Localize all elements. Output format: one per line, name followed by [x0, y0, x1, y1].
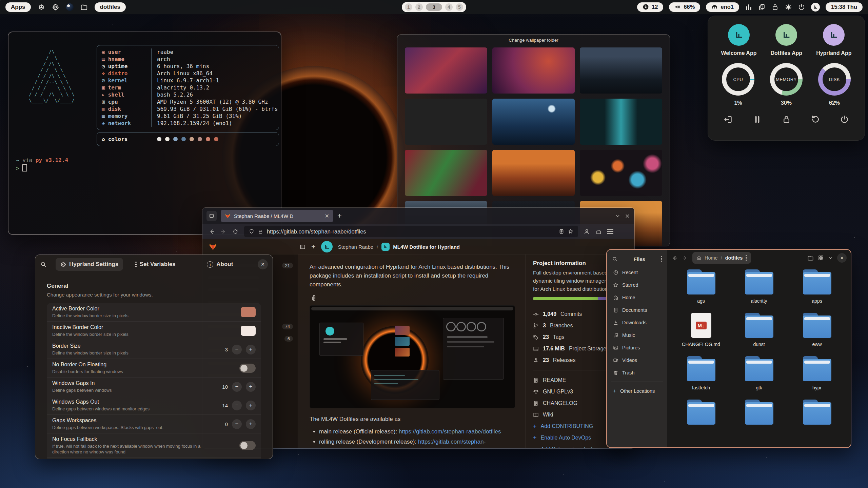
workspace-button[interactable]: 2 — [415, 3, 423, 11]
wallpaper-thumbnail[interactable] — [580, 99, 662, 145]
sidebar-item[interactable]: Recent — [610, 266, 664, 279]
file-item[interactable]: M↓ ags — [672, 269, 730, 304]
volume-indicator[interactable]: 66% — [669, 2, 700, 12]
system-stats-icon[interactable] — [745, 3, 752, 11]
gitlab-logo-icon[interactable] — [209, 242, 217, 251]
wallpaper-thumbnail[interactable] — [405, 99, 487, 145]
w allpaper-thumbnail[interactable] — [492, 99, 575, 145]
pause-icon[interactable] — [753, 115, 762, 124]
breadcrumb-user[interactable]: Stephan Raabe — [338, 244, 373, 250]
panel-app[interactable]: Hyprland App — [816, 24, 851, 56]
shutdown-icon[interactable] — [840, 115, 849, 124]
file-item[interactable]: M↓ — [672, 400, 730, 434]
file-item[interactable]: M↓ — [730, 400, 788, 434]
sidebar-item[interactable]: Pictures — [610, 341, 664, 354]
increment-button[interactable]: + — [246, 401, 256, 410]
active-window-label[interactable]: dotfiles — [95, 2, 126, 12]
sidebar-item[interactable]: Documents — [610, 304, 664, 316]
folder-icon[interactable] — [80, 3, 88, 11]
increment-button[interactable]: + — [246, 382, 256, 392]
panel-app[interactable]: Welcome App — [721, 24, 757, 56]
reload-icon[interactable] — [232, 228, 239, 235]
sidebar-item[interactable]: Starred — [610, 279, 664, 291]
workspace-button[interactable]: 5 — [456, 3, 463, 11]
tab-close-icon[interactable]: ✕ — [325, 213, 329, 219]
view-grid-icon[interactable] — [818, 255, 824, 261]
close-button[interactable]: ✕ — [837, 253, 847, 263]
wallpaper-thumbnail[interactable] — [492, 47, 575, 94]
sidebar-item-other-locations[interactable]: +Other Locations — [610, 385, 664, 397]
sidebar-item[interactable]: Home — [610, 291, 664, 304]
file-item[interactable]: M↓ hypr — [788, 356, 846, 391]
increment-button[interactable]: + — [246, 345, 256, 354]
browser-tab[interactable]: Stephan Raabe / ML4W D ✕ — [221, 210, 333, 222]
decrement-button[interactable]: − — [232, 419, 242, 429]
file-item[interactable]: M↓ CHANGELOG.md — [672, 313, 730, 347]
terminal-window[interactable]: /\ / \ / /\ \ / / \ \ / / /\ \ \ / / /--… — [8, 32, 281, 235]
workspace-button[interactable]: 4 — [445, 3, 453, 11]
extensions-icon[interactable] — [595, 228, 602, 235]
reboot-icon[interactable] — [811, 115, 820, 124]
sidebar-item[interactable]: Trash — [610, 366, 664, 379]
tab-set-variables[interactable]: Set Variables — [131, 258, 180, 271]
user-avatar[interactable] — [321, 241, 333, 252]
search-icon[interactable] — [612, 256, 618, 262]
logout-icon[interactable] — [724, 115, 733, 124]
tab-hyprland-settings[interactable]: Hyprland Settings — [56, 258, 123, 271]
shell-prompt[interactable]: ~ via py v3.12.4 > — [16, 156, 281, 172]
tab-about[interactable]: iAbout — [202, 258, 238, 271]
lock-icon[interactable] — [782, 115, 791, 124]
browser-icon[interactable] — [66, 3, 74, 11]
color-swatch[interactable] — [241, 307, 256, 317]
forward-icon[interactable] — [682, 255, 688, 261]
search-icon[interactable] — [40, 261, 47, 268]
app-circle-icon[interactable] — [775, 24, 797, 46]
back-icon[interactable] — [671, 255, 678, 261]
back-icon[interactable] — [209, 228, 215, 235]
sidebar-item[interactable]: Videos — [610, 354, 664, 366]
close-button[interactable]: ✕ — [258, 259, 268, 269]
file-item[interactable]: M↓ dunst — [730, 313, 788, 347]
sidebar-toggle-icon[interactable] — [299, 244, 306, 250]
lock-icon[interactable] — [771, 3, 779, 11]
decrement-button[interactable]: − — [232, 345, 242, 354]
bookmark-star-icon[interactable] — [568, 229, 573, 234]
settings-burst-icon[interactable] — [785, 3, 792, 11]
menu-kebab-icon[interactable] — [661, 256, 663, 262]
updates-indicator[interactable]: 12 — [637, 2, 663, 12]
window-close-icon[interactable] — [625, 213, 630, 219]
wallpaper-thumbnail[interactable] — [405, 150, 487, 196]
firefox-view-icon[interactable] — [206, 211, 217, 221]
gear-icon[interactable] — [52, 3, 59, 11]
decrement-button[interactable]: − — [232, 401, 242, 410]
file-item[interactable]: M↓ apps — [788, 269, 846, 304]
path-kebab-icon[interactable] — [746, 255, 747, 261]
breadcrumb-project[interactable]: ML4W Dotfiles for Hyprland — [393, 244, 460, 250]
address-bar[interactable]: https://gitlab.com/stephan-raabe/dotfile… — [244, 226, 578, 237]
new-tab-button[interactable]: + — [337, 211, 342, 220]
power-icon[interactable] — [798, 3, 805, 11]
path-bar[interactable]: Home / dotfiles — [692, 252, 751, 264]
increment-button[interactable]: + — [246, 419, 256, 429]
account-icon[interactable] — [584, 228, 590, 235]
wallpaper-thumbnail[interactable] — [580, 47, 662, 94]
sidebar-item[interactable]: Music — [610, 329, 664, 341]
panel-app[interactable]: Dotfiles App — [770, 24, 802, 56]
sidebar-item[interactable]: Downloads — [610, 316, 664, 329]
readme-screenshot[interactable] — [310, 305, 515, 408]
workspace-button[interactable]: 1 — [405, 3, 412, 11]
toggle-switch[interactable] — [239, 441, 256, 450]
forward-icon[interactable] — [220, 228, 227, 235]
clipboard-icon[interactable] — [758, 3, 766, 11]
file-item[interactable]: M↓ alacritty — [730, 269, 788, 304]
decrement-button[interactable]: − — [232, 382, 242, 392]
tab-list-chevron-icon[interactable] — [615, 213, 620, 219]
gitlab-new-icon[interactable]: + — [311, 242, 316, 251]
wallpaper-thumbnail[interactable] — [492, 150, 575, 196]
view-chevron-icon[interactable] — [828, 256, 833, 261]
color-swatch[interactable] — [241, 326, 256, 336]
menu-icon[interactable] — [607, 229, 613, 234]
apps-menu-button[interactable]: Apps — [5, 2, 31, 12]
file-item[interactable]: M↓ — [788, 400, 846, 434]
shield-icon[interactable] — [249, 229, 254, 234]
